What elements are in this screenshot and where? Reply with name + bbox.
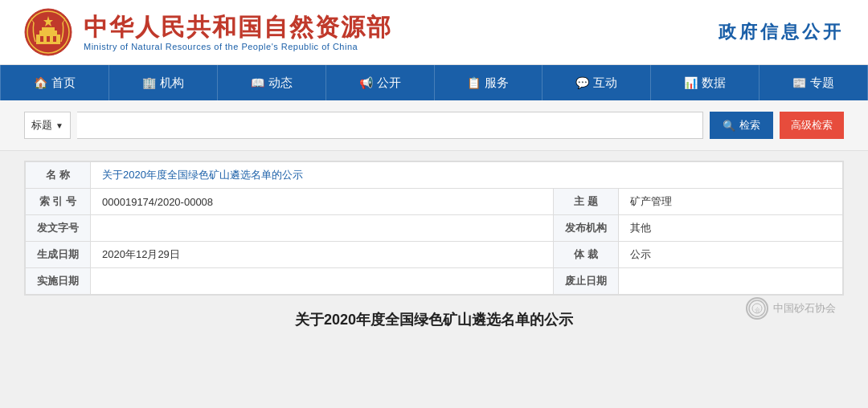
table-row: 实施日期 废止日期 [26, 268, 843, 295]
value-impldate [91, 268, 554, 295]
search-row: 标题 ▼ 🔍 检索 高级检索 [24, 112, 844, 139]
watermark-icon: 会 [746, 297, 768, 320]
nav-label-news: 动态 [268, 75, 293, 91]
svg-rect-7 [53, 36, 56, 42]
nav-label-interact: 互动 [593, 75, 617, 91]
value-docnum [91, 215, 554, 242]
search-button[interactable]: 🔍 检索 [710, 112, 773, 139]
bottom-section: 关于2020年度全国绿色矿山遴选名单的公示 会 中国砂石协会 [0, 296, 868, 337]
dropdown-arrow-icon: ▼ [55, 121, 63, 130]
logo-text: 中华人民共和国自然资源部 Ministry of Natural Resourc… [84, 13, 392, 51]
nav-item-interact[interactable]: 💬 互动 [542, 65, 651, 100]
nav-item-topic[interactable]: 📰 专题 [760, 65, 868, 100]
table-row: 名 称 关于2020年度全国绿色矿山遴选名单的公示 [26, 162, 843, 189]
open-icon: 📢 [359, 76, 373, 89]
topic-icon: 📰 [792, 76, 806, 89]
value-name[interactable]: 关于2020年度全国绿色矿山遴选名单的公示 [91, 162, 843, 189]
search-label-dropdown[interactable]: 标题 ▼ [24, 112, 71, 139]
watermark-text: 中国砂石协会 [773, 301, 836, 316]
news-icon: 📖 [251, 76, 264, 89]
nav-label-open: 公开 [377, 75, 401, 91]
search-icon: 🔍 [723, 120, 735, 132]
nav-item-service[interactable]: 📋 服务 [435, 65, 543, 100]
data-icon: 📊 [684, 76, 698, 89]
label-genre: 体 裁 [553, 242, 618, 268]
interact-icon: 💬 [575, 76, 589, 89]
label-abolishdate: 废止日期 [553, 268, 618, 295]
watermark: 会 中国砂石协会 [746, 297, 836, 320]
header-gov-label: 政府信息公开 [719, 20, 844, 44]
value-genre: 公示 [618, 242, 842, 268]
svg-text:会: 会 [755, 307, 760, 312]
advanced-search-button[interactable]: 高级检索 [780, 112, 844, 139]
label-gendate: 生成日期 [26, 242, 91, 268]
logo-emblem [24, 8, 72, 56]
nav-label-home: 首页 [51, 75, 76, 91]
label-topic: 主 题 [553, 189, 618, 215]
table-row: 发文字号 发布机构 其他 [26, 215, 843, 242]
header: 中华人民共和国自然资源部 Ministry of Natural Resourc… [0, 0, 868, 65]
nav-bar: 🏠 首页 🏢 机构 📖 动态 📢 公开 📋 服务 💬 互动 📊 数据 📰 专题 [0, 65, 868, 100]
label-docnum: 发文字号 [26, 215, 91, 242]
value-gendate: 2020年12月29日 [91, 242, 554, 268]
search-input[interactable] [77, 112, 703, 139]
search-area: 标题 ▼ 🔍 检索 高级检索 [0, 100, 868, 151]
search-label-text: 标题 [31, 118, 52, 133]
nav-item-home[interactable]: 🏠 首页 [0, 65, 109, 100]
bottom-title: 关于2020年度全国绿色矿山遴选名单的公示 [24, 310, 844, 329]
value-index: 000019174/2020-00008 [91, 189, 554, 215]
nav-label-data: 数据 [702, 75, 726, 91]
service-icon: 📋 [467, 76, 481, 89]
svg-rect-5 [40, 36, 43, 42]
value-abolishdate [618, 268, 842, 295]
info-section: 名 称 关于2020年度全国绿色矿山遴选名单的公示 索 引 号 00001917… [24, 161, 844, 296]
label-impldate: 实施日期 [26, 268, 91, 295]
org-icon: 🏢 [142, 76, 156, 89]
label-publisher: 发布机构 [553, 215, 618, 242]
nav-item-news[interactable]: 📖 动态 [218, 65, 326, 100]
nav-item-data[interactable]: 📊 数据 [651, 65, 760, 100]
search-btn-label: 检索 [739, 118, 760, 133]
table-row: 生成日期 2020年12月29日 体 裁 公示 [26, 242, 843, 268]
nav-item-org[interactable]: 🏢 机构 [109, 65, 218, 100]
label-index: 索 引 号 [26, 189, 91, 215]
logo-subtitle: Ministry of Natural Resources of the Peo… [84, 42, 392, 51]
table-row: 索 引 号 000019174/2020-00008 主 题 矿产管理 [26, 189, 843, 215]
nav-item-open[interactable]: 📢 公开 [326, 65, 435, 100]
home-icon: 🏠 [34, 76, 47, 89]
nav-label-service: 服务 [485, 75, 509, 91]
logo-title: 中华人民共和国自然资源部 [84, 13, 392, 42]
info-table: 名 称 关于2020年度全国绿色矿山遴选名单的公示 索 引 号 00001917… [25, 161, 843, 295]
value-publisher: 其他 [618, 215, 842, 242]
header-left: 中华人民共和国自然资源部 Ministry of Natural Resourc… [24, 8, 392, 56]
nav-label-org: 机构 [160, 75, 184, 91]
value-topic: 矿产管理 [618, 189, 842, 215]
svg-rect-6 [47, 36, 50, 42]
svg-rect-4 [42, 27, 55, 32]
label-name: 名 称 [26, 162, 91, 189]
name-link[interactable]: 关于2020年度全国绿色矿山遴选名单的公示 [102, 169, 303, 181]
nav-label-topic: 专题 [810, 75, 834, 91]
